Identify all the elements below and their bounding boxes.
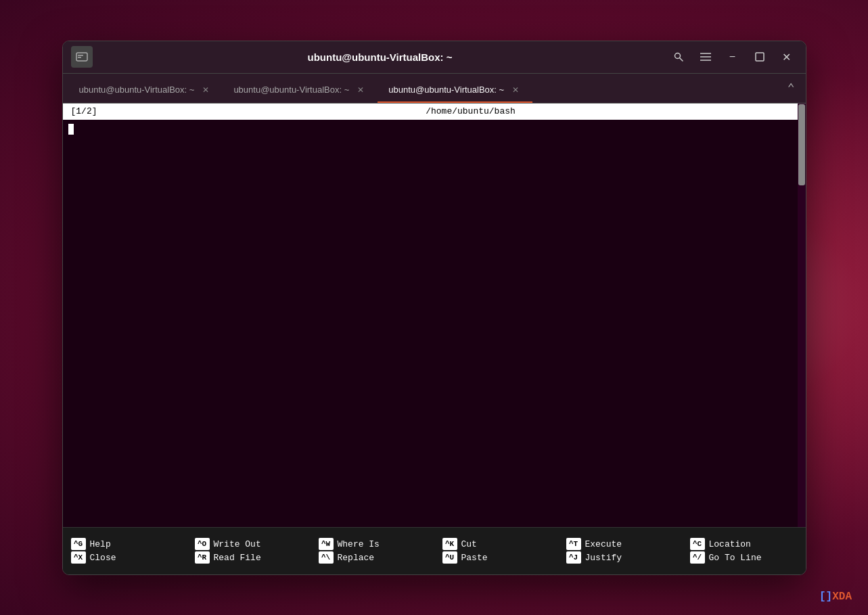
svg-rect-8 — [756, 53, 764, 61]
xda-bracket-left: [ — [819, 591, 826, 603]
toolbar-key-0-1: ^X — [71, 551, 86, 564]
toolbar-key-3-0: ^K — [442, 538, 457, 550]
toolbar-key-3-1: ^U — [442, 551, 457, 564]
nano-filename: /home/ubuntu/bash — [152, 106, 790, 116]
tab-2-label: ubuntu@ubuntu-VirtualBox: ~ — [233, 85, 349, 95]
toolbar-group-5[interactable]: ^CLocation^/Go To Line — [682, 528, 806, 574]
toolbar-group-3[interactable]: ^KCut^UPaste — [434, 528, 558, 574]
terminal-window: ubuntu@ubuntu-VirtualBox: ~ − — [62, 41, 806, 575]
toolbar-label-2-1: Replace — [338, 553, 375, 563]
toolbar-item-4-0[interactable]: ^TExecute — [566, 538, 674, 550]
toolbar-item-1-1[interactable]: ^RRead File — [195, 551, 302, 564]
xda-text: XDA — [832, 591, 852, 603]
toolbar-label-3-1: Paste — [461, 553, 488, 563]
toolbar-label-4-1: Justify — [585, 553, 622, 563]
window-menu-button[interactable] — [71, 46, 93, 68]
toolbar-label-5-1: Go To Line — [709, 553, 762, 563]
tab-overflow-button[interactable]: ⌃ — [782, 78, 800, 98]
tab-3[interactable]: ubuntu@ubuntu-VirtualBox: ~ ✕ — [378, 78, 532, 103]
toolbar-key-2-0: ^W — [319, 538, 334, 550]
bottom-toolbar: ^GHelp^XClose^OWrite Out^RRead File^WWhe… — [63, 527, 806, 574]
toolbar-item-1-0[interactable]: ^OWrite Out — [195, 538, 302, 550]
toolbar-group-0[interactable]: ^GHelp^XClose — [63, 528, 187, 574]
xda-bracket-right: ] — [826, 591, 833, 603]
cursor — [68, 124, 74, 135]
toolbar-item-5-0[interactable]: ^CLocation — [690, 538, 798, 550]
window-title: ubuntu@ubuntu-VirtualBox: ~ — [93, 51, 668, 63]
toolbar-label-5-0: Location — [709, 539, 751, 549]
cursor-line — [68, 122, 792, 135]
scrollbar-thumb[interactable] — [798, 104, 805, 185]
toolbar-key-5-0: ^C — [690, 538, 705, 550]
window-controls: − ✕ — [668, 46, 798, 68]
tab-2-close[interactable]: ✕ — [355, 84, 367, 96]
tabbar: ubuntu@ubuntu-VirtualBox: ~ ✕ ubuntu@ubu… — [63, 74, 806, 104]
toolbar-label-1-0: Write Out — [214, 539, 261, 549]
toolbar-item-2-0[interactable]: ^WWhere Is — [319, 538, 426, 550]
toolbar-item-2-1[interactable]: ^\Replace — [319, 551, 426, 564]
toolbar-label-0-0: Help — [90, 539, 111, 549]
toolbar-item-3-1[interactable]: ^UPaste — [442, 551, 550, 564]
nano-header: [1/2] /home/ubuntu/bash — [63, 104, 798, 120]
toolbar-item-0-1[interactable]: ^XClose — [71, 551, 179, 564]
minimize-button[interactable]: − — [722, 46, 744, 68]
titlebar: ubuntu@ubuntu-VirtualBox: ~ − — [63, 41, 806, 74]
tab-1[interactable]: ubuntu@ubuntu-VirtualBox: ~ ✕ — [68, 78, 223, 103]
toolbar-group-1[interactable]: ^OWrite Out^RRead File — [187, 528, 311, 574]
toolbar-label-3-0: Cut — [461, 539, 477, 549]
tab-1-label: ubuntu@ubuntu-VirtualBox: ~ — [79, 85, 195, 95]
toolbar-label-4-0: Execute — [585, 539, 622, 549]
tab-1-close[interactable]: ✕ — [200, 84, 212, 96]
toolbar-label-1-1: Read File — [214, 553, 261, 563]
toolbar-key-0-0: ^G — [71, 538, 86, 550]
svg-rect-0 — [76, 53, 87, 61]
toolbar-label-2-0: Where Is — [338, 539, 380, 549]
toolbar-item-0-0[interactable]: ^GHelp — [71, 538, 179, 550]
tab-3-label: ubuntu@ubuntu-VirtualBox: ~ — [388, 85, 504, 95]
maximize-button[interactable] — [749, 46, 771, 68]
toolbar-item-4-1[interactable]: ^JJustify — [566, 551, 674, 564]
toolbar-key-4-0: ^T — [566, 538, 581, 550]
terminal-area: [1/2] /home/ubuntu/bash — [63, 104, 806, 527]
toolbar-key-5-1: ^/ — [690, 551, 705, 564]
tab-2[interactable]: ubuntu@ubuntu-VirtualBox: ~ ✕ — [223, 78, 378, 103]
toolbar-key-2-1: ^\ — [319, 551, 334, 564]
toolbar-key-1-1: ^R — [195, 551, 210, 564]
toolbar-group-4[interactable]: ^TExecute^JJustify — [558, 528, 682, 574]
toolbar-item-3-0[interactable]: ^KCut — [442, 538, 550, 550]
toolbar-key-4-1: ^J — [566, 551, 581, 564]
toolbar-key-1-0: ^O — [195, 538, 210, 550]
terminal-content[interactable] — [63, 120, 798, 527]
svg-line-4 — [679, 58, 683, 62]
svg-rect-2 — [78, 57, 81, 58]
scrollbar-track[interactable] — [798, 104, 806, 527]
search-button[interactable] — [668, 46, 689, 68]
tab-3-close[interactable]: ✕ — [509, 84, 522, 96]
close-button[interactable]: ✕ — [776, 46, 798, 68]
toolbar-label-0-1: Close — [90, 553, 116, 563]
xda-watermark: []XDA — [819, 591, 852, 603]
nano-page-indicator: [1/2] — [71, 106, 152, 116]
toolbar-item-5-1[interactable]: ^/Go To Line — [690, 551, 798, 564]
menu-button[interactable] — [695, 46, 716, 68]
svg-rect-1 — [78, 55, 83, 56]
toolbar-group-2[interactable]: ^WWhere Is^\Replace — [311, 528, 434, 574]
